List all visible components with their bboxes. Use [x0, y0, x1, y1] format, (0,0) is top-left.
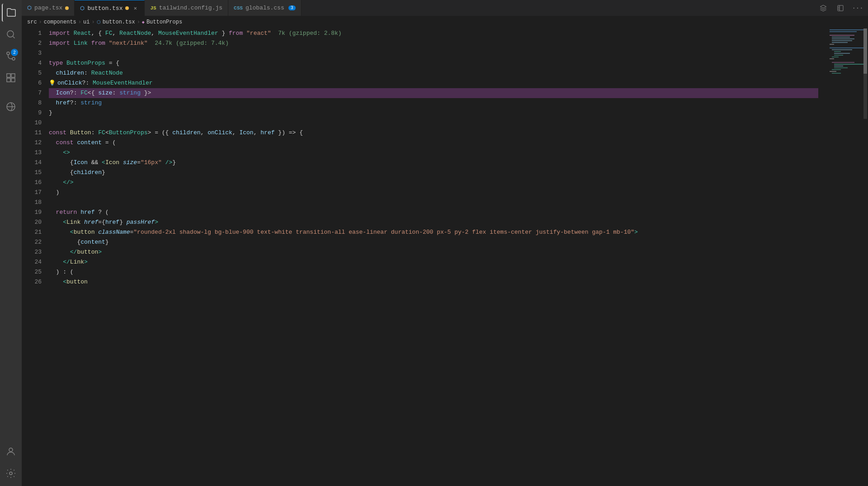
breadcrumb-ui[interactable]: ui [83, 19, 90, 25]
line-num-9: 9 [31, 108, 42, 118]
code-line-16: </> [49, 178, 818, 188]
code-line-17: ) [49, 188, 818, 198]
tab-tailwind[interactable]: JS tailwind.config.js [145, 0, 228, 16]
tab-icon-css: CSS [234, 5, 243, 11]
svg-rect-28 [834, 66, 843, 66]
svg-rect-22 [834, 53, 850, 54]
tab-icon-js: JS [150, 5, 156, 11]
line-num-11: 11 [31, 128, 42, 138]
svg-rect-15 [832, 38, 854, 39]
svg-point-2 [12, 57, 15, 60]
svg-rect-26 [832, 62, 854, 63]
tab-globals-css[interactable]: CSS globals.css 3 [228, 0, 302, 16]
svg-rect-17 [832, 42, 848, 43]
search-icon[interactable] [2, 25, 20, 43]
breadcrumb-components[interactable]: components [44, 19, 76, 25]
tab-icon-tsx-2: ⬡ [80, 5, 85, 11]
svg-rect-34 [863, 28, 867, 74]
code-line-25: ) : ( [49, 267, 818, 277]
line-num-16: 16 [31, 178, 42, 188]
line-num-19: 19 [31, 208, 42, 217]
code-line-24: </Link> [49, 257, 818, 267]
tab-modified-page [65, 6, 69, 10]
svg-rect-4 [11, 74, 15, 77]
line-num-21: 21 [31, 227, 42, 237]
line-num-14: 14 [31, 158, 42, 168]
editor-area: 1 2 3 4 5 6 7 8 9 10 11 12 13 14 15 16 1… [22, 28, 868, 486]
code-line-20: <Link href={href} passHref> [49, 217, 818, 227]
svg-rect-31 [830, 71, 836, 72]
line-num-22: 22 [31, 237, 42, 247]
breadcrumb-src[interactable]: src [27, 19, 37, 25]
code-line-12: const content = ( [49, 138, 818, 148]
line-num-24: 24 [31, 257, 42, 267]
header-icons: ··· [816, 1, 868, 15]
code-line-3 [49, 48, 818, 58]
line-num-8: 8 [31, 98, 42, 108]
line-num-4: 4 [31, 58, 42, 68]
code-line-18 [49, 198, 818, 208]
svg-rect-12 [830, 31, 857, 32]
activity-bottom [2, 443, 20, 486]
remote-explorer-icon[interactable] [816, 1, 830, 15]
tab-icon-tsx: ⬡ [27, 5, 32, 11]
breadcrumb-file[interactable]: button.tsx [103, 19, 135, 25]
line-num-3: 3 [31, 48, 42, 58]
breadcrumb-symbol[interactable]: ButtonProps [146, 19, 182, 25]
code-line-5: children: ReactNode [49, 68, 818, 78]
extensions-icon[interactable] [2, 69, 20, 87]
svg-point-9 [9, 472, 12, 475]
svg-rect-21 [834, 51, 841, 52]
tab-modified-button [125, 6, 129, 10]
remote-icon[interactable] [2, 98, 20, 116]
code-line-22: {content} [49, 237, 818, 247]
layout-icon[interactable] [834, 1, 847, 15]
tab-label-page: page.tsx [34, 5, 62, 11]
svg-rect-11 [830, 29, 866, 30]
line-num-13: 13 [31, 148, 42, 158]
line-num-26: 26 [31, 277, 42, 287]
svg-rect-13 [830, 35, 854, 36]
tabs-bar: ⬡ page.tsx ⬡ button.tsx ✕ JS tailwind.co… [22, 0, 868, 16]
svg-rect-10 [838, 5, 843, 11]
code-line-15: {children} [49, 168, 818, 178]
more-actions-icon[interactable]: ··· [851, 1, 864, 15]
lightbulb-icon: 💡 [49, 78, 56, 88]
line-num-18: 18 [31, 198, 42, 208]
files-icon[interactable] [2, 4, 20, 22]
code-line-13: <> [49, 148, 818, 158]
line-num-17: 17 [31, 188, 42, 198]
tab-close-button[interactable]: ✕ [132, 5, 139, 12]
tab-label-globals: globals.css [245, 5, 284, 11]
line-num-5: 5 [31, 68, 42, 78]
svg-rect-30 [832, 69, 841, 70]
source-control-icon[interactable]: 2 [2, 47, 20, 65]
main-content: ⬡ page.tsx ⬡ button.tsx ✕ JS tailwind.co… [22, 0, 868, 486]
line-num-20: 20 [31, 217, 42, 227]
tab-page-tsx[interactable]: ⬡ page.tsx [22, 0, 75, 16]
code-line-1: import React, { FC, ReactNode, MouseEven… [49, 28, 818, 38]
svg-rect-29 [834, 67, 848, 68]
line-num-2: 2 [31, 38, 42, 48]
settings-icon[interactable] [2, 464, 20, 482]
code-content[interactable]: import React, { FC, ReactNode, MouseEven… [49, 28, 827, 486]
code-line-26: <button [49, 277, 818, 287]
minimap-svg [827, 28, 868, 486]
accounts-icon[interactable] [2, 443, 20, 461]
svg-rect-14 [832, 37, 850, 38]
svg-rect-16 [832, 40, 852, 41]
code-line-14: {Icon && <Icon size="16px" />} [49, 158, 818, 168]
code-line-19: return href ? ( [49, 208, 818, 217]
tab-button-tsx[interactable]: ⬡ button.tsx ✕ [75, 0, 145, 16]
line-num-7: 7 [31, 88, 42, 98]
source-control-badge: 2 [11, 49, 18, 56]
globals-badge: 3 [288, 5, 296, 10]
tab-label-tailwind: tailwind.config.js [159, 5, 222, 11]
breadcrumb: src › components › ui › ⬡ button.tsx › ◆… [22, 16, 868, 28]
line-num-6: 6 [31, 78, 42, 88]
breadcrumb-icon-tsx: ⬡ [97, 19, 101, 25]
code-line-7: Icon?: FC<{ size: string }> [49, 88, 818, 98]
line-num-23: 23 [31, 247, 42, 257]
line-num-25: 25 [31, 267, 42, 277]
svg-rect-3 [7, 74, 10, 77]
